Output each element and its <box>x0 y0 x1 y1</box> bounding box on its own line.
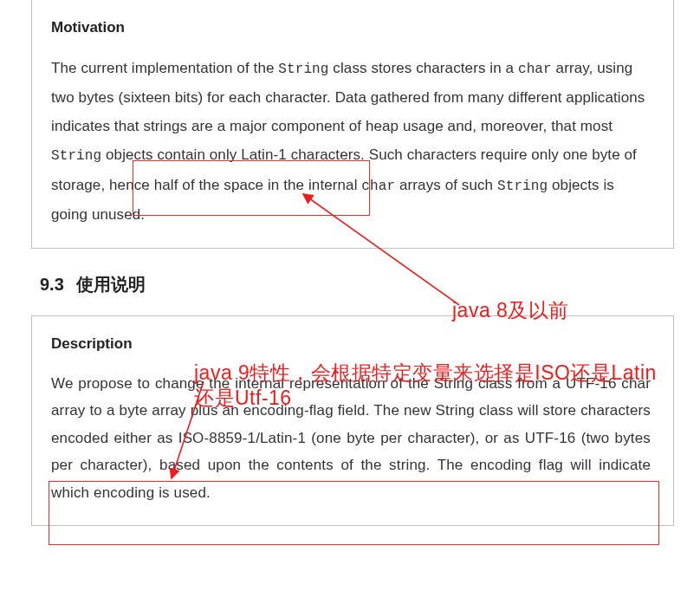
motivation-heading: Motivation <box>51 19 651 36</box>
chapter-heading: 9.3使用说明 <box>40 273 700 296</box>
motivation-paragraph: The current implementation of the String… <box>51 54 651 229</box>
code-string: String <box>497 179 548 194</box>
code-char: char <box>361 179 395 194</box>
motivation-box: Motivation The current implementation of… <box>31 0 674 249</box>
chapter-number: 9.3 <box>40 275 64 294</box>
code-char: char <box>518 62 552 77</box>
text: class stores characters in a <box>329 60 518 76</box>
text: arrays of such <box>395 177 497 193</box>
code-string: String <box>51 148 101 164</box>
chapter-title: 使用说明 <box>76 275 146 294</box>
description-paragraph: We propose to change the internal repres… <box>51 370 651 506</box>
text: The current implementation of the <box>51 60 278 76</box>
description-heading: Description <box>51 335 651 353</box>
code-string: String <box>278 62 328 77</box>
description-box: Description We propose to change the int… <box>31 315 674 526</box>
